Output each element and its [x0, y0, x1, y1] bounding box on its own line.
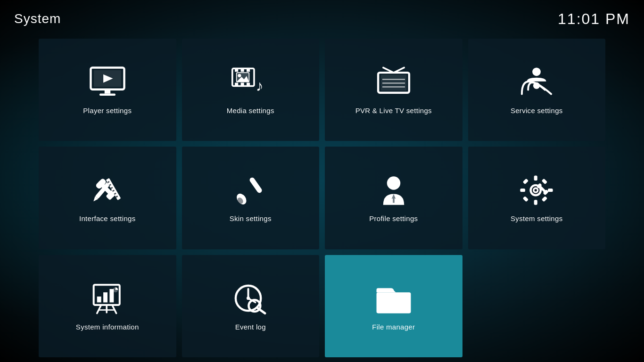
system-information-icon	[89, 282, 126, 315]
clock-display: 11:01 PM	[558, 10, 630, 28]
svg-rect-9	[241, 83, 244, 86]
svg-rect-47	[520, 189, 526, 192]
svg-rect-58	[103, 292, 107, 302]
interface-settings-label: Interface settings	[79, 214, 136, 222]
svg-rect-51	[523, 196, 529, 202]
tile-pvr-settings[interactable]: PVR & Live TV settings	[325, 39, 462, 141]
service-settings-icon	[518, 66, 555, 99]
svg-point-41	[387, 177, 400, 190]
page-title: System	[14, 11, 61, 26]
pvr-settings-label: PVR & Live TV settings	[355, 107, 432, 115]
tile-interface-settings[interactable]: Interface settings	[39, 147, 176, 249]
svg-line-62	[112, 305, 116, 313]
svg-point-68	[247, 296, 250, 300]
svg-point-24	[532, 68, 541, 76]
file-manager-label: File manager	[372, 323, 415, 331]
media-settings-icon: ♪	[231, 66, 269, 99]
svg-rect-10	[247, 68, 250, 72]
profile-settings-label: Profile settings	[369, 214, 418, 222]
svg-rect-38	[249, 177, 263, 194]
app-header: System 11:01 PM	[0, 0, 644, 34]
system-information-label: System information	[76, 323, 139, 331]
svg-rect-45	[534, 176, 537, 181]
media-settings-label: Media settings	[227, 107, 274, 115]
svg-rect-52	[542, 179, 548, 185]
tile-skin-settings[interactable]: Skin settings	[182, 147, 320, 249]
profile-settings-icon	[375, 174, 413, 207]
tile-player-settings[interactable]: Player settings	[39, 39, 176, 141]
svg-rect-49	[523, 179, 529, 185]
svg-rect-46	[534, 200, 537, 205]
svg-rect-57	[97, 296, 101, 302]
svg-text:♪: ♪	[256, 77, 264, 94]
svg-rect-7	[235, 83, 238, 86]
file-manager-icon	[375, 282, 413, 315]
svg-rect-50	[542, 196, 548, 202]
settings-grid: Player settings ♪ Media settings	[0, 34, 644, 362]
svg-rect-4	[99, 94, 116, 96]
tile-service-settings[interactable]: Service settings	[468, 39, 606, 141]
player-settings-label: Player settings	[83, 107, 132, 115]
svg-point-13	[238, 74, 241, 77]
interface-settings-icon	[89, 174, 126, 207]
svg-line-61	[97, 305, 101, 313]
tile-media-settings[interactable]: ♪ Media settings	[182, 39, 320, 141]
tile-system-settings[interactable]: System settings	[468, 147, 606, 249]
svg-rect-11	[247, 83, 250, 86]
tile-file-manager[interactable]: File manager	[325, 255, 462, 357]
event-log-label: Event log	[235, 323, 266, 331]
pvr-settings-icon	[375, 66, 413, 99]
svg-point-44	[534, 189, 538, 193]
svg-rect-8	[241, 68, 244, 72]
skin-settings-icon	[231, 174, 269, 207]
svg-rect-59	[109, 289, 114, 302]
tile-profile-settings[interactable]: Profile settings	[325, 147, 462, 249]
svg-rect-48	[548, 189, 553, 192]
service-settings-label: Service settings	[511, 107, 563, 115]
player-settings-icon	[89, 66, 126, 99]
svg-rect-42	[393, 198, 395, 203]
tile-system-information[interactable]: System information	[39, 255, 176, 357]
system-settings-label: System settings	[511, 214, 562, 222]
skin-settings-label: Skin settings	[230, 214, 272, 222]
event-log-icon	[231, 282, 269, 315]
svg-rect-3	[105, 90, 110, 94]
system-settings-icon	[518, 174, 555, 207]
svg-rect-6	[235, 68, 238, 72]
svg-rect-72	[379, 295, 408, 311]
tile-event-log[interactable]: Event log	[182, 255, 320, 357]
